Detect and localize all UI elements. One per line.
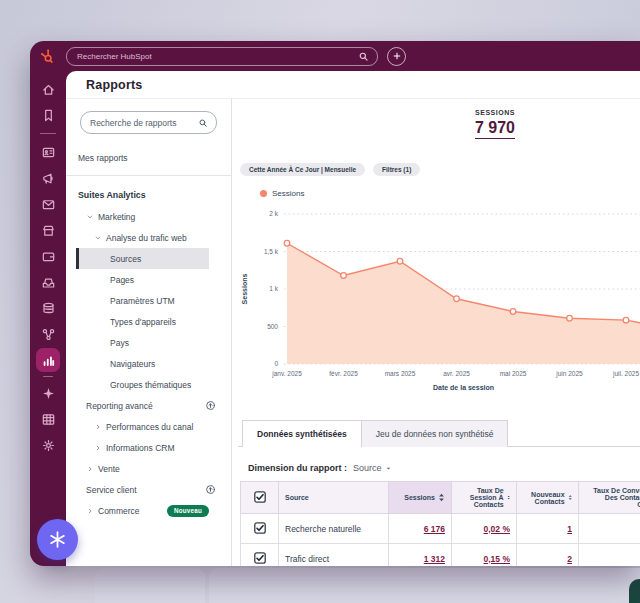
chevron-right-icon[interactable] [86,507,96,515]
cell-value-link[interactable]: 0,02 % [484,524,510,534]
row-checkbox[interactable] [241,544,279,567]
sidebar-item-marketing[interactable]: Marketing [66,206,231,227]
cell-value-link[interactable]: 2 [567,554,572,564]
report-search-placeholder: Recherche de rapports [90,118,198,128]
sidebar-item-groupes-thematiques[interactable]: Groupes thématiques [66,374,231,395]
svg-text:juin 2025: juin 2025 [555,370,583,378]
sort-icon[interactable] [438,493,445,502]
sidebar-item-sources[interactable]: Sources [76,248,209,269]
sidebar-item-label: Pages [110,275,134,285]
upgrade-icon[interactable] [205,484,216,495]
cell-value-link[interactable]: 1 [567,524,572,534]
sidebar-item-performances-du-canal[interactable]: Performances du canal [66,416,231,437]
page-background: Rechercher HubSpot Rapports Recherche de… [0,0,640,603]
rail-sparkle-icon[interactable] [30,380,66,406]
sidebar-item-label: Informations CRM [106,443,175,453]
column-header-taux-de-conversion-des-contacts-en-clients[interactable]: Taux De Conversion Des Contacts En Clien… [579,482,640,514]
filter-chip-filtres-1[interactable]: Filtres (1) [373,163,420,176]
rail-database-icon[interactable] [30,295,66,321]
sort-icon[interactable] [568,493,572,502]
rail-divider [43,376,53,377]
sidebar-item-analyse-du-trafic-web[interactable]: Analyse du trafic web [66,227,231,248]
rail-shop-icon[interactable] [30,217,66,243]
rail-megaphone-icon[interactable] [30,165,66,191]
filter-chip-cette-annee-a-ce-jour-mensuelle[interactable]: Cette Année À Ce Jour | Mensuelle [240,163,365,176]
sidebar-item-parametres-utm[interactable]: Paramètres UTM [66,290,231,311]
search-icon [358,51,369,62]
sidebar-item-reporting-avance[interactable]: Reporting avancé [66,395,231,416]
sidebar-item-service-client[interactable]: Service client [66,479,231,500]
column-header-sessions[interactable]: Sessions [389,482,452,514]
sidebar-item-pays[interactable]: Pays [66,332,231,353]
svg-text:2 k: 2 k [269,210,278,217]
metric-cell: 2 [517,544,579,567]
rail-inbox-tray-icon[interactable] [30,269,66,295]
rail-home-icon[interactable] [30,76,66,102]
window-body: Rapports Recherche de rapports Mes rappo… [30,71,640,566]
rail-wallet-icon[interactable] [30,243,66,269]
sidebar-item-label: Types d'appareils [110,317,176,327]
sidebar-item-pages[interactable]: Pages [66,269,231,290]
column-header-nouveaux-contacts[interactable]: Nouveaux Contacts [517,482,579,514]
page-title: Rapports [86,78,142,92]
metric-cell: 6 176 [389,514,452,544]
metric-value-link[interactable]: 7 970 [475,119,515,139]
sidebar-item-label: Suites Analytics [78,190,146,200]
sidebar-item-mes-rapports[interactable]: Mes rapports [66,147,231,168]
filter-chip-row: Cette Année À Ce Jour | MensuelleFiltres… [238,163,640,176]
rail-data-grid-icon[interactable] [30,406,66,432]
sidebar-item-types-d-appareils[interactable]: Types d'appareils [66,311,231,332]
cell-value-link[interactable]: 1 312 [424,554,445,564]
cell-value-link[interactable]: 6 176 [424,524,445,534]
rail-gear-icon[interactable] [30,432,66,458]
sessions-area-chart[interactable]: 05001 k1,5 k2 kjanv. 2025févr. 2025mars … [238,200,640,396]
sidebar-item-vente[interactable]: Vente [66,458,231,479]
metric-cell: 0,15 % [452,544,517,567]
global-search-placeholder: Rechercher HubSpot [77,52,358,61]
metric-cell: 1 312 [389,544,452,567]
chevron-right-icon[interactable] [94,423,104,431]
report-search-input[interactable]: Recherche de rapports [80,111,217,134]
sidebar-item-label: Service client [86,485,137,495]
sidebar-item-navigateurs[interactable]: Navigateurs [66,353,231,374]
tab-jeu-de-donnees-non-synthetise[interactable]: Jeu de données non synthétisé [362,420,509,447]
column-header-taux-de-session-a-contacts[interactable]: Taux De Session À Contacts [452,482,517,514]
table-row-trafic-direct: Trafic direct1 3120,15 %20 % [241,544,640,567]
global-topbar: Rechercher HubSpot [30,41,640,71]
rail-mail-icon[interactable] [30,191,66,217]
chevron-right-icon[interactable] [94,444,104,452]
rail-contact-card-icon[interactable] [30,139,66,165]
rail-workflow-icon[interactable] [30,321,66,347]
bottom-panel-right [209,568,640,603]
sidebar-item-label: Pays [110,338,129,348]
chevron-down-icon[interactable] [94,234,104,242]
table-header-row: SourceSessionsTaux De Session À Contacts… [241,482,640,514]
sidebar-item-informations-crm[interactable]: Informations CRM [66,437,231,458]
sparkle-snowflake-icon [48,530,67,549]
sidebar-item-label: Reporting avancé [86,401,153,411]
sidebar-divider [66,175,231,176]
sidebar-item-label: Sources [110,254,141,264]
app-window: Rechercher HubSpot Rapports Recherche de… [30,41,640,566]
dimension-select[interactable]: Source [353,463,392,473]
ai-assistant-button[interactable] [37,519,78,560]
rail-bookmark-icon[interactable] [30,102,66,128]
svg-text:0: 0 [274,360,278,367]
rail-bar-chart-icon[interactable] [30,347,66,373]
chevron-right-icon[interactable] [86,465,96,473]
global-search-input[interactable]: Rechercher HubSpot [66,47,378,66]
select-all-checkbox[interactable] [241,482,279,514]
hubspot-logo-icon[interactable] [37,46,57,66]
row-checkbox[interactable] [241,514,279,544]
cell-value-link[interactable]: 0,15 % [484,554,510,564]
chevron-down-icon[interactable] [86,213,96,221]
column-label: Taux De Session À Contacts [458,487,504,508]
create-button[interactable] [387,47,406,66]
metric-cell: 1 [517,514,579,544]
svg-text:mars 2025: mars 2025 [385,370,416,377]
sort-icon[interactable] [507,493,510,502]
svg-text:1 k: 1 k [269,285,278,292]
tab-donnees-synthetisees[interactable]: Données synthétisées [242,420,362,447]
upgrade-icon[interactable] [205,400,216,411]
sidebar-item-commerce[interactable]: CommerceNouveau [66,500,231,521]
